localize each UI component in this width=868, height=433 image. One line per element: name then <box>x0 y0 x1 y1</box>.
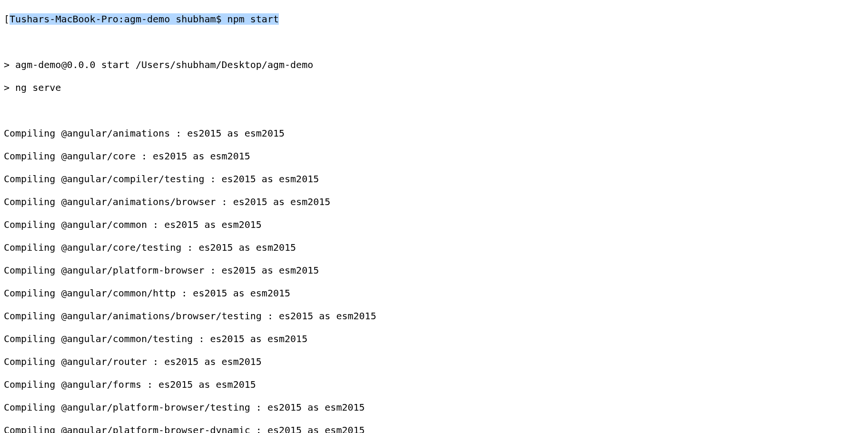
compile-line: Compiling @angular/common/http : es2015 … <box>4 287 864 299</box>
compile-line: Compiling @angular/animations/browser/te… <box>4 310 864 322</box>
prompt-command: npm start <box>227 13 279 25</box>
compile-line: Compiling @angular/animations : es2015 a… <box>4 128 864 139</box>
compile-line: Compiling @angular/forms : es2015 as esm… <box>4 379 864 390</box>
script-line: > ng serve <box>4 82 864 93</box>
compile-line: Compiling @angular/platform-browser/test… <box>4 402 864 413</box>
prompt-bracket: [ <box>4 13 10 25</box>
compile-line: Compiling @angular/animations/browser : … <box>4 196 864 207</box>
compile-line: Compiling @angular/platform-browser : es… <box>4 265 864 276</box>
blank-line <box>4 36 864 48</box>
prompt-host: Tushars-MacBook-Pro:agm-demo shubham$ <box>10 13 227 25</box>
script-line: > agm-demo@0.0.0 start /Users/shubham/De… <box>4 59 864 70</box>
compile-line: Compiling @angular/common : es2015 as es… <box>4 219 864 230</box>
terminal-output[interactable]: [Tushars-MacBook-Pro:agm-demo shubham$ n… <box>0 0 868 433</box>
compile-line: Compiling @angular/platform-browser-dyna… <box>4 424 864 433</box>
compile-line: Compiling @angular/router : es2015 as es… <box>4 356 864 367</box>
prompt-line: [Tushars-MacBook-Pro:agm-demo shubham$ n… <box>4 13 864 25</box>
compile-line: Compiling @angular/core : es2015 as esm2… <box>4 150 864 162</box>
compile-line: Compiling @angular/core/testing : es2015… <box>4 242 864 253</box>
blank-line <box>4 105 864 116</box>
compile-line: Compiling @angular/compiler/testing : es… <box>4 173 864 185</box>
compile-line: Compiling @angular/common/testing : es20… <box>4 333 864 344</box>
